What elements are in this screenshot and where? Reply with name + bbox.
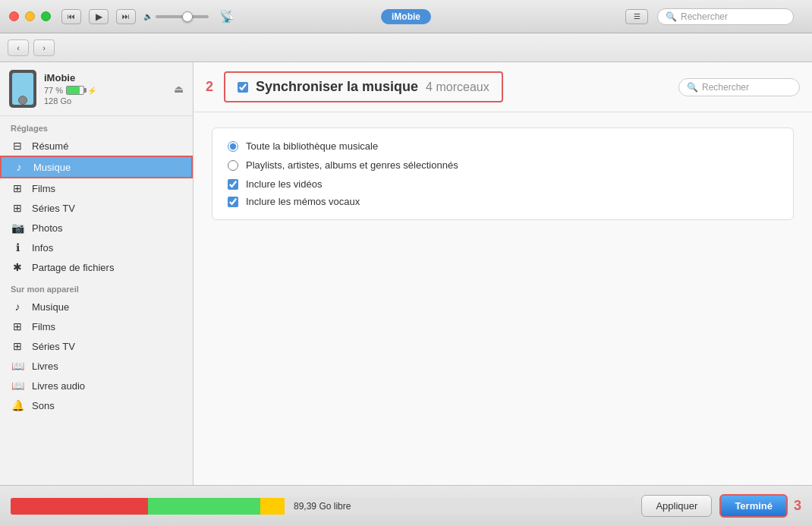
sidebar-item-musique2[interactable]: ♪ Musique <box>0 297 193 317</box>
checkbox-include-videos[interactable] <box>228 179 238 190</box>
global-search-box[interactable]: 🔍 Rechercher <box>657 8 794 25</box>
option-include-memos[interactable]: Inclure les mémos vocaux <box>228 196 778 207</box>
sidebar-item-photos[interactable]: 📷 Photos <box>0 218 193 238</box>
option-include-memos-label: Inclure les mémos vocaux <box>246 196 360 207</box>
sidebar-item-label-series2: Séries TV <box>32 341 75 352</box>
sidebar-item-films[interactable]: ⊞ Films <box>0 178 193 198</box>
volume-low-icon: 🔈 <box>143 12 153 20</box>
radio-all-library[interactable] <box>228 141 238 152</box>
sidebar-item-label-musique: Musique <box>33 162 71 173</box>
sidebar-item-label-films2: Films <box>32 321 55 332</box>
livresaudio-icon: 📖 <box>11 380 24 392</box>
option-playlists[interactable]: Playlists, artistes, albums et genres sé… <box>228 159 778 171</box>
sidebar-item-sons[interactable]: 🔔 Sons <box>0 395 193 415</box>
close-button[interactable] <box>9 11 19 21</box>
photos-icon: 📷 <box>11 222 24 234</box>
option-all-library-label: Toute la bibliothèque musicale <box>246 140 378 152</box>
sidebar-item-label-livres: Livres <box>32 361 58 372</box>
musique2-icon: ♪ <box>11 301 24 313</box>
sidebar-item-series[interactable]: ⊞ Séries TV <box>0 198 193 218</box>
apply-button[interactable]: Appliquer <box>641 495 712 517</box>
reglages-section-label: Réglages <box>0 116 193 136</box>
films-icon: ⊞ <box>11 182 24 194</box>
device-header: iMobie 77 % ⚡ 128 Go ⏏ <box>0 62 193 116</box>
app-title-area: iMobie <box>381 9 431 24</box>
sidebar-item-label-infos: Infos <box>32 242 53 254</box>
sidebar-item-livresaudio[interactable]: 📖 Livres audio <box>0 376 193 395</box>
sync-options-group: Toute la bibliothèque musicale Playlists… <box>212 128 794 220</box>
sidebar-item-films2[interactable]: ⊞ Films <box>0 317 193 336</box>
forward-button[interactable]: › <box>33 39 55 56</box>
seg-audio <box>11 498 148 515</box>
device-icon <box>9 70 36 108</box>
step3-badge: 3 <box>794 498 801 514</box>
storage-bar <box>11 498 634 515</box>
eject-button[interactable]: ⏏ <box>174 83 184 95</box>
device-info: iMobie 77 % ⚡ 128 Go <box>44 72 166 106</box>
sidebar-item-livres[interactable]: 📖 Livres <box>0 356 193 376</box>
titlebar: ⏮ ▶ ⏭ 🔈 📡 iMobie ☰ 🔍 Rechercher <box>0 0 812 33</box>
sidebar-item-infos[interactable]: ℹ Infos <box>0 238 193 257</box>
content-search-placeholder: Rechercher <box>702 82 749 93</box>
sidebar-item-label-musique2: Musique <box>32 301 69 313</box>
sidebar-item-label-resume: Résumé <box>32 140 68 152</box>
seg-app <box>148 498 260 515</box>
device-name: iMobie <box>44 72 166 83</box>
media-controls: ⏮ ▶ ⏭ <box>61 9 136 24</box>
rewind-button[interactable]: ⏮ <box>61 9 81 24</box>
play-button[interactable]: ▶ <box>89 9 109 24</box>
step2-badge: 2 <box>206 79 213 95</box>
seg-photo <box>260 498 285 515</box>
device-storage: 128 Go <box>44 96 166 106</box>
content-search-box[interactable]: 🔍 Rechercher <box>678 78 800 96</box>
sidebar-item-partage[interactable]: ✱ Partage de fichiers <box>0 257 193 277</box>
livres-icon: 📖 <box>11 360 24 372</box>
sidebar-item-series2[interactable]: ⊞ Séries TV <box>0 336 193 356</box>
back-button[interactable]: ‹ <box>8 39 29 56</box>
menu-button[interactable]: ☰ <box>625 9 648 24</box>
seg-free <box>285 498 634 515</box>
battery-fill <box>67 87 80 94</box>
sidebar-item-resume[interactable]: ⊟ Résumé <box>0 136 193 156</box>
global-search-placeholder: Rechercher <box>681 11 728 22</box>
battery-percent: 77 % <box>44 86 63 95</box>
maximize-button[interactable] <box>41 11 51 21</box>
main-layout: iMobie 77 % ⚡ 128 Go ⏏ Réglages ⊟ Résumé… <box>0 62 812 485</box>
sidebar: iMobie 77 % ⚡ 128 Go ⏏ Réglages ⊟ Résumé… <box>0 62 194 485</box>
infos-icon: ℹ <box>11 241 24 254</box>
volume-control[interactable]: 🔈 <box>143 12 209 20</box>
option-include-videos-label: Inclure les vidéos <box>246 178 322 190</box>
done-button[interactable]: Terminé <box>719 494 788 518</box>
radio-playlists[interactable] <box>228 160 238 171</box>
sidebar-item-musique[interactable]: ♪ Musique 1 <box>0 156 193 178</box>
airplay-button[interactable]: 📡 <box>219 9 234 24</box>
sons-icon: 🔔 <box>11 399 24 411</box>
sync-title: Synchroniser la musique <box>256 79 418 95</box>
partage-icon: ✱ <box>11 261 24 273</box>
sync-checkbox[interactable] <box>238 82 248 93</box>
sidebar-item-label-sons: Sons <box>32 400 55 411</box>
films2-icon: ⊞ <box>11 320 24 332</box>
checkbox-include-memos[interactable] <box>228 197 238 207</box>
resume-icon: ⊟ <box>11 140 24 152</box>
option-all-library[interactable]: Toute la bibliothèque musicale <box>228 140 778 152</box>
charging-icon: ⚡ <box>87 87 96 95</box>
sidebar-item-label-photos: Photos <box>32 222 62 234</box>
volume-slider-thumb[interactable] <box>182 11 193 22</box>
battery-icon <box>66 86 84 95</box>
musique-icon: ♪ <box>12 161 26 173</box>
sync-count: 4 morceaux <box>426 80 489 94</box>
minimize-button[interactable] <box>25 11 35 21</box>
sidebar-item-label-films: Films <box>32 183 55 194</box>
navbar: ‹ › <box>0 33 812 62</box>
global-search-icon: 🔍 <box>666 11 677 22</box>
volume-slider-track[interactable] <box>156 15 209 18</box>
option-include-videos[interactable]: Inclure les vidéos <box>228 178 778 190</box>
app-title: iMobie <box>381 9 431 24</box>
fast-forward-button[interactable]: ⏭ <box>116 9 136 24</box>
traffic-lights <box>9 11 51 21</box>
bottom-bar: 89,39 Go libre Appliquer Terminé 3 <box>0 485 812 526</box>
battery-row: 77 % ⚡ <box>44 86 166 95</box>
sidebar-item-label-series: Séries TV <box>32 203 75 214</box>
series-icon: ⊞ <box>11 202 24 214</box>
